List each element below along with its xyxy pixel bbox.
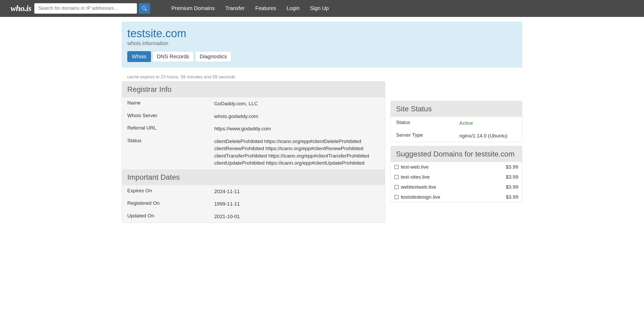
table-row: Status Active	[391, 117, 522, 130]
suggested-price: $3.99	[506, 164, 518, 170]
suggested-domains-heading: Suggested Domains for testsite.com	[391, 146, 522, 162]
table-row: Expires On 2024-11-11	[122, 185, 385, 198]
registrar-info-heading: Registrar Info	[122, 82, 385, 97]
site-status-panel: Site Status Status Active Server Type ng…	[391, 101, 522, 142]
tab-whois[interactable]: Whois	[127, 51, 151, 62]
nav-login[interactable]: Login	[281, 3, 305, 14]
cache-note: cache expires in 23 hours, 59 minutes an…	[127, 74, 385, 80]
table-row: Updated On 2021-10-01	[122, 210, 385, 223]
row-value: nginx/1.14.0 (Ubuntu)	[459, 132, 508, 140]
table-row: Server Type nginx/1.14.0 (Ubuntu)	[391, 130, 522, 142]
row-label: Updated On	[127, 213, 214, 220]
table-row: Registered On 1999-11-11	[122, 198, 385, 210]
suggested-domain: test-sites.live	[401, 174, 430, 180]
row-value: 2021-10-01	[214, 213, 240, 220]
search-icon	[142, 6, 147, 11]
suggested-price: $3.99	[506, 194, 518, 200]
list-item[interactable]: test-sites.live $3.99	[391, 172, 522, 182]
navbar: who.is Premium Domains Transfer Features…	[0, 0, 644, 17]
row-label: Registered On	[127, 200, 214, 208]
table-row: Referral URL https://www.godaddy.com	[122, 122, 385, 135]
table-row: Status clientDeleteProhibited https://ic…	[122, 135, 385, 169]
suggested-price: $3.99	[506, 174, 518, 180]
site-status-heading: Site Status	[391, 101, 522, 117]
row-label: Status	[127, 138, 214, 167]
registrar-info-panel: Registrar Info Name GoDaddy.com, LLC Who…	[122, 81, 385, 223]
table-row: Whois Server whois.godaddy.com	[122, 110, 385, 123]
nav-signup[interactable]: Sign Up	[305, 3, 334, 14]
suggested-domain: testsitedesign.live	[401, 194, 440, 200]
search-input[interactable]	[34, 3, 137, 14]
row-value: 1999-11-11	[214, 200, 240, 208]
row-label: Server Type	[396, 132, 459, 140]
row-value: 2024-11-11	[214, 188, 240, 195]
row-label: Name	[127, 100, 214, 107]
row-label: Referral URL	[127, 125, 214, 132]
status-badge: Active	[459, 120, 473, 127]
checkbox-icon[interactable]	[394, 185, 399, 189]
suggested-domain: webtestweb.live	[401, 184, 436, 190]
row-value: clientDeleteProhibited https://icann.org…	[214, 138, 369, 167]
checkbox-icon[interactable]	[394, 175, 399, 179]
row-label: Whois Server	[127, 113, 214, 120]
suggested-domains-panel: Suggested Domains for testsite.com test-…	[391, 146, 522, 202]
list-item[interactable]: webtestweb.live $3.99	[391, 182, 522, 192]
subtitle: whois information	[127, 40, 517, 46]
row-label: Expires On	[127, 188, 214, 195]
domain-title: testsite.com	[127, 27, 517, 40]
nav-transfer[interactable]: Transfer	[220, 3, 250, 14]
row-value: whois.godaddy.com	[214, 113, 258, 120]
row-label: Status	[396, 120, 459, 127]
checkbox-icon[interactable]	[394, 195, 399, 199]
important-dates-heading: Important Dates	[122, 169, 385, 185]
suggested-domain: test-web.live	[401, 164, 429, 170]
table-row: Name GoDaddy.com, LLC	[122, 97, 385, 110]
tab-dns-records[interactable]: DNS Records	[153, 51, 194, 62]
tabs: Whois DNS Records Diagnostics	[127, 51, 517, 62]
checkbox-icon[interactable]	[394, 165, 399, 169]
tab-diagnostics[interactable]: Diagnostics	[195, 51, 231, 62]
row-value: https://www.godaddy.com	[214, 125, 271, 132]
search-button[interactable]	[139, 3, 150, 14]
nav-links: Premium Domains Transfer Features Login …	[166, 3, 334, 14]
row-value: GoDaddy.com, LLC	[214, 100, 258, 107]
suggested-price: $3.99	[506, 184, 518, 190]
logo[interactable]: who.is	[11, 3, 31, 13]
list-item[interactable]: testsitedesign.live $3.99	[391, 192, 522, 202]
nav-premium-domains[interactable]: Premium Domains	[166, 3, 220, 14]
header-panel: testsite.com whois information Whois DNS…	[122, 22, 522, 68]
list-item[interactable]: test-web.live $3.99	[391, 162, 522, 172]
nav-features[interactable]: Features	[250, 3, 281, 14]
